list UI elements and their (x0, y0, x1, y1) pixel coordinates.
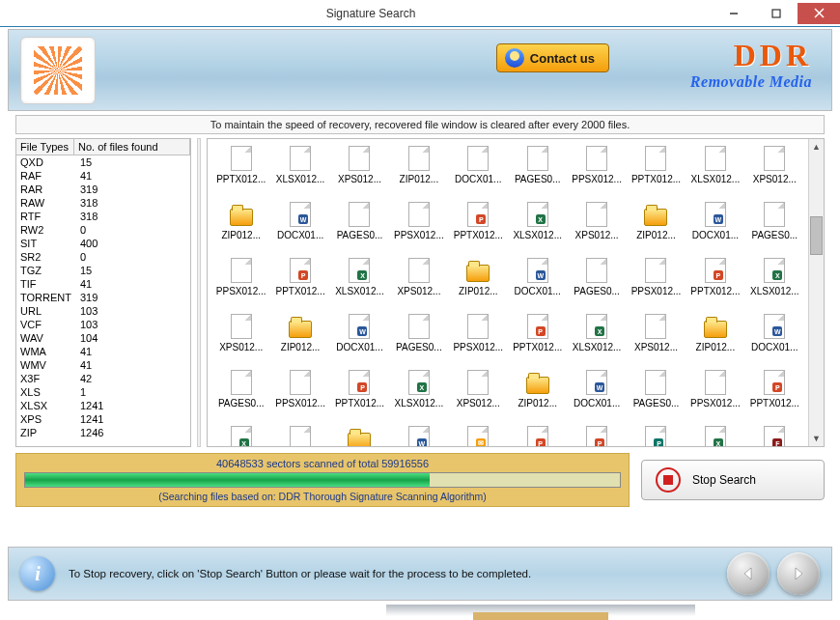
file-item[interactable]: XLSX012... (686, 145, 744, 199)
file-item[interactable]: PPTX012... (627, 145, 686, 199)
file-item[interactable]: PAGES0... (389, 313, 448, 367)
word-file-icon: W (763, 313, 786, 340)
file-item[interactable]: FFLA000... (745, 425, 804, 446)
file-item[interactable]: PPPTX012... (686, 257, 744, 311)
file-item[interactable]: PPPTX012... (270, 257, 329, 311)
file-item[interactable]: XLSX012... (270, 145, 329, 199)
file-item[interactable]: ZIP012... (627, 201, 686, 255)
file-item[interactable]: XXLSX012... (330, 257, 389, 311)
file-item[interactable]: XPS012... (330, 145, 389, 199)
file-item[interactable]: WDOCX01... (270, 201, 329, 255)
file-type-row[interactable]: XLSX1241 (16, 399, 190, 412)
file-type-row[interactable]: RTF318 (16, 210, 190, 223)
scroll-thumb[interactable] (810, 216, 823, 255)
file-item[interactable]: PAGES0... (627, 369, 686, 423)
file-item[interactable]: ZIP012... (211, 201, 270, 255)
file-item[interactable]: ZIP012... (449, 257, 508, 311)
file-type-row[interactable]: QXD15 (16, 155, 190, 169)
file-item[interactable]: XXLSX012... (567, 313, 626, 367)
file-type-row[interactable]: XLS1 (16, 385, 190, 399)
close-button[interactable] (798, 3, 840, 24)
file-item[interactable]: WDOCX01... (745, 313, 804, 367)
file-item[interactable]: PPSX012... (389, 201, 448, 255)
file-item[interactable]: XPS012... (567, 201, 626, 255)
scroll-down-icon[interactable]: ▼ (809, 431, 824, 446)
file-type-row[interactable]: X3F42 (16, 372, 190, 385)
file-item[interactable]: PAGES0... (211, 369, 270, 423)
file-type-row[interactable]: SIT400 (16, 237, 190, 250)
file-item[interactable]: WDOCX01... (330, 313, 389, 367)
file-item[interactable]: XPS012... (449, 369, 508, 423)
col-file-types[interactable]: File Types (16, 139, 74, 155)
file-item[interactable]: PAGES0... (745, 201, 804, 255)
vertical-scrollbar[interactable]: ▲ ▼ (808, 139, 824, 446)
file-item[interactable]: XXLSX012... (508, 201, 567, 255)
file-item[interactable]: PPPTX012... (508, 313, 567, 367)
file-type-row[interactable]: RAR319 (16, 183, 190, 196)
file-item[interactable]: PPPT000... (567, 425, 626, 446)
file-item[interactable]: XXLSX012... (211, 425, 270, 446)
col-files-found[interactable]: No. of files found (74, 139, 190, 155)
file-item[interactable]: PPPS000... (508, 425, 567, 446)
file-item[interactable]: XXLS000... (686, 425, 744, 446)
file-item[interactable]: PPPTX012... (330, 369, 389, 423)
file-type-row[interactable]: XPS1241 (16, 412, 190, 426)
file-item[interactable]: ✉MSG000... (449, 425, 508, 446)
contact-us-button[interactable]: Contact us (496, 43, 609, 72)
stop-search-button[interactable]: Stop Search (641, 460, 825, 500)
page-file-icon (289, 425, 312, 446)
file-item[interactable]: XPS012... (627, 313, 686, 367)
file-item[interactable]: PPPTX012... (745, 369, 804, 423)
file-type-row[interactable]: TGZ15 (16, 264, 190, 277)
file-item[interactable]: PPSX012... (211, 257, 270, 311)
file-item[interactable]: ZIP012... (508, 369, 567, 423)
file-grid[interactable]: PPTX012...XLSX012...XPS012...ZIP012...DO… (208, 139, 808, 446)
folder-icon (348, 425, 371, 446)
file-item[interactable]: PPSX012... (449, 313, 508, 367)
file-item[interactable]: XPS012... (389, 257, 448, 311)
file-type-row[interactable]: WAV104 (16, 331, 190, 345)
file-item[interactable]: PPSX012... (686, 369, 744, 423)
file-type-row[interactable]: SR20 (16, 250, 190, 264)
file-type-row[interactable]: WMA41 (16, 345, 190, 358)
file-type-row[interactable]: ZIP1246 (16, 426, 190, 439)
file-item[interactable]: PAGES0... (330, 201, 389, 255)
file-types-list[interactable]: QXD15RAF41RAR319RAW318RTF318RW20SIT400SR… (16, 155, 190, 446)
file-type-row[interactable]: URL103 (16, 304, 190, 318)
file-item[interactable]: XPS012... (270, 425, 329, 446)
file-item[interactable]: PPPTX012... (449, 201, 508, 255)
file-item[interactable]: PPSX012... (567, 145, 626, 199)
file-item[interactable]: XPS012... (211, 313, 270, 367)
file-item[interactable]: ZIP012... (686, 313, 744, 367)
file-item[interactable]: DOCX01... (449, 145, 508, 199)
file-item[interactable]: PAGES0... (567, 257, 626, 311)
file-type-row[interactable]: RAF41 (16, 169, 190, 183)
file-item[interactable]: PAGES0... (508, 145, 567, 199)
file-item[interactable]: WDOC000... (389, 425, 448, 446)
file-type-row[interactable]: TORRENT319 (16, 291, 190, 304)
next-button[interactable] (777, 552, 820, 595)
file-type-row[interactable]: TIF41 (16, 277, 190, 291)
file-item[interactable]: PPUB000... (627, 425, 686, 446)
file-item[interactable]: WDOCX01... (567, 369, 626, 423)
file-item[interactable]: XPS012... (745, 145, 804, 199)
file-item[interactable]: ZIP012... (389, 145, 448, 199)
minimize-button[interactable] (713, 3, 755, 24)
file-item[interactable]: PPSX012... (270, 369, 329, 423)
maximize-button[interactable] (755, 3, 798, 24)
file-item[interactable]: XXLSX012... (745, 257, 804, 311)
file-item[interactable]: XXLSX012... (389, 369, 448, 423)
file-type-row[interactable]: RW20 (16, 223, 190, 237)
scroll-up-icon[interactable]: ▲ (809, 139, 824, 155)
file-item[interactable]: ZIP012... (270, 313, 329, 367)
file-type-row[interactable]: WMV41 (16, 358, 190, 372)
file-item[interactable]: PPSX012... (627, 257, 686, 311)
back-button[interactable] (727, 552, 770, 595)
file-type-row[interactable]: RAW318 (16, 196, 190, 210)
file-item[interactable]: WDOCX01... (686, 201, 744, 255)
file-item[interactable]: PPTX012... (211, 145, 270, 199)
splitter[interactable] (197, 138, 201, 447)
file-item[interactable]: WDOCX01... (508, 257, 567, 311)
file-type-row[interactable]: VCF103 (16, 318, 190, 331)
file-item[interactable]: ZIP012... (330, 425, 389, 446)
